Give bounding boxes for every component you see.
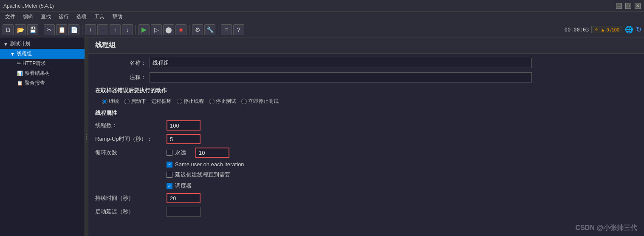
- delay-create-checkbox[interactable]: 延迟创建线程直到需要: [167, 171, 637, 179]
- sidebar-item-aggregate-report[interactable]: 📋 聚合报告: [0, 78, 85, 88]
- open-button[interactable]: 📂: [15, 24, 26, 35]
- startup-delay-row: 启动延迟（秒）: [95, 207, 637, 217]
- loop-row: 循环次数 永远: [95, 148, 637, 158]
- comment-row: 注释：: [95, 72, 637, 82]
- scheduler-label: 调度器: [175, 182, 192, 190]
- duration-label: 持续时间（秒）: [95, 194, 163, 202]
- toolbar-separator-5: [218, 25, 218, 34]
- toolbar-buttons: 🗋 📂 💾 ✂ 📋 📄 + − ↑ ↓ ▶ ▷ ⬤ ■ ⚙ 🔧 ≡ ?: [3, 24, 244, 35]
- menu-find[interactable]: 查找: [37, 12, 54, 21]
- name-label: 名称：: [95, 59, 146, 67]
- copy-button[interactable]: 📋: [56, 24, 67, 35]
- save-button[interactable]: 💾: [27, 24, 38, 35]
- add-button[interactable]: +: [85, 24, 96, 35]
- thread-count-input[interactable]: [167, 120, 201, 131]
- radio-stop-test[interactable]: 停止测试: [209, 98, 236, 105]
- radio-label: 停止线程: [184, 98, 204, 105]
- sidebar-item-result-tree[interactable]: 📊 察看结果树: [0, 68, 85, 78]
- toolbar-status: 00:00:03 ⚠ ▲ 0 /100 🌐 ↻: [565, 26, 641, 34]
- warning-icon: ⚠: [594, 27, 599, 32]
- error-count: ▲ 0 /100: [600, 27, 619, 32]
- http-icon: ✏: [17, 61, 21, 66]
- new-button[interactable]: 🗋: [3, 24, 14, 35]
- delay-create-box: [167, 172, 172, 178]
- paste-button[interactable]: 📄: [68, 24, 79, 35]
- error-radio-group: 继续 启动下一进程循环 停止线程 停止测试: [95, 98, 637, 105]
- menu-tools[interactable]: 工具: [91, 12, 108, 21]
- timer-display: 00:00:03: [565, 27, 589, 33]
- menu-help[interactable]: 帮助: [109, 12, 126, 21]
- collapse-icon: ▼: [3, 42, 8, 47]
- move-down-button[interactable]: ↓: [122, 24, 133, 35]
- thread-props-title: 线程属性: [95, 109, 637, 117]
- startup-delay-input[interactable]: [167, 207, 201, 217]
- loop-label: 循环次数: [95, 149, 163, 156]
- sidebar-item-label: 聚合报告: [25, 80, 45, 87]
- sidebar-item-label: 测试计划: [10, 40, 30, 48]
- ramp-up-input[interactable]: [167, 134, 201, 144]
- maximize-button[interactable]: □: [625, 3, 631, 9]
- name-input[interactable]: [150, 58, 532, 68]
- loop-forever-checkbox[interactable]: 永远: [167, 149, 192, 156]
- remote-start-button[interactable]: ⚙: [192, 24, 203, 35]
- same-user-row: Same user on each iteration: [167, 161, 637, 168]
- error-options: 继续 启动下一进程循环 停止线程 停止测试: [102, 98, 279, 105]
- duration-input[interactable]: [167, 193, 201, 203]
- radio-circle-next-loop: [124, 99, 130, 104]
- function-helper-button[interactable]: ≡: [221, 24, 232, 35]
- delay-create-label: 延迟创建线程直到需要: [175, 171, 230, 179]
- resize-dot: [86, 138, 87, 139]
- radio-continue[interactable]: 继续: [102, 98, 119, 105]
- sidebar-item-http-request[interactable]: ✏ HTTP请求: [0, 59, 85, 68]
- sidebar-item-test-plan[interactable]: ▼ 测试计划: [0, 39, 85, 49]
- cut-button[interactable]: ✂: [44, 24, 55, 35]
- same-user-checkbox[interactable]: Same user on each iteration: [167, 161, 637, 168]
- refresh-icon: ↻: [636, 26, 641, 34]
- radio-stop-thread[interactable]: 停止线程: [177, 98, 204, 105]
- menu-options[interactable]: 选项: [73, 12, 90, 21]
- radio-next-loop[interactable]: 启动下一进程循环: [124, 98, 172, 105]
- sidebar-resize-handle[interactable]: [85, 37, 88, 236]
- duration-row: 持续时间（秒）: [95, 193, 637, 203]
- ramp-up-label: Ramp-Up时间（秒）：: [95, 135, 163, 143]
- start-button[interactable]: ▶: [138, 24, 150, 35]
- validate-button[interactable]: ⬤: [163, 24, 174, 35]
- move-up-button[interactable]: ↑: [110, 24, 121, 35]
- sidebar-item-thread-group[interactable]: ▼ 线程组: [0, 49, 85, 59]
- comment-label: 注释：: [95, 74, 146, 81]
- name-row: 名称：: [95, 58, 637, 68]
- panel-title: 线程组: [88, 37, 644, 54]
- scheduler-row: 调度器: [167, 182, 637, 190]
- loop-count-input[interactable]: [195, 148, 229, 158]
- stop-button[interactable]: ■: [175, 24, 186, 35]
- close-button[interactable]: ✕: [635, 3, 641, 9]
- toolbar-separator-3: [136, 25, 136, 34]
- radio-label: 停止测试: [216, 98, 236, 105]
- start-no-pause-button[interactable]: ▷: [151, 24, 162, 35]
- radio-stop-test-now[interactable]: 立即停止测试: [241, 98, 279, 105]
- resize-dot: [86, 134, 87, 135]
- form-section: 名称： 注释： 在取样器错误后要执行的动作 继续: [88, 54, 644, 225]
- app-title: Apache JMeter (5.4.1): [3, 3, 54, 9]
- remove-button[interactable]: −: [97, 24, 108, 35]
- remote-stop-button[interactable]: 🔧: [204, 24, 215, 35]
- content-area: 线程组 名称： 注释： 在取样器错误后要执行的动作 继续: [88, 37, 644, 236]
- menu-edit[interactable]: 编辑: [20, 12, 37, 21]
- menu-file[interactable]: 文件: [2, 12, 19, 21]
- network-icon: 🌐: [625, 26, 633, 34]
- sidebar-item-label: HTTP请求: [23, 60, 46, 67]
- loop-forever-box: [167, 150, 172, 156]
- sidebar-item-label: 察看结果树: [25, 70, 50, 77]
- toolbar-separator-4: [189, 25, 189, 34]
- thread-count-row: 线程数：: [95, 120, 637, 131]
- help-button[interactable]: ?: [233, 24, 244, 35]
- menu-bar: 文件 编辑 查找 运行 选项 工具 帮助: [0, 12, 644, 22]
- error-badge: ⚠ ▲ 0 /100: [591, 26, 622, 33]
- startup-delay-label: 启动延迟（秒）: [95, 208, 163, 216]
- delay-create-row: 延迟创建线程直到需要: [167, 171, 637, 179]
- scheduler-checkbox[interactable]: 调度器: [167, 182, 637, 190]
- comment-input[interactable]: [150, 72, 532, 82]
- menu-run[interactable]: 运行: [55, 12, 72, 21]
- sidebar: ▼ 测试计划 ▼ 线程组 ✏ HTTP请求 📊 察看结果树 📋 聚合报告: [0, 37, 85, 236]
- minimize-button[interactable]: —: [616, 3, 622, 9]
